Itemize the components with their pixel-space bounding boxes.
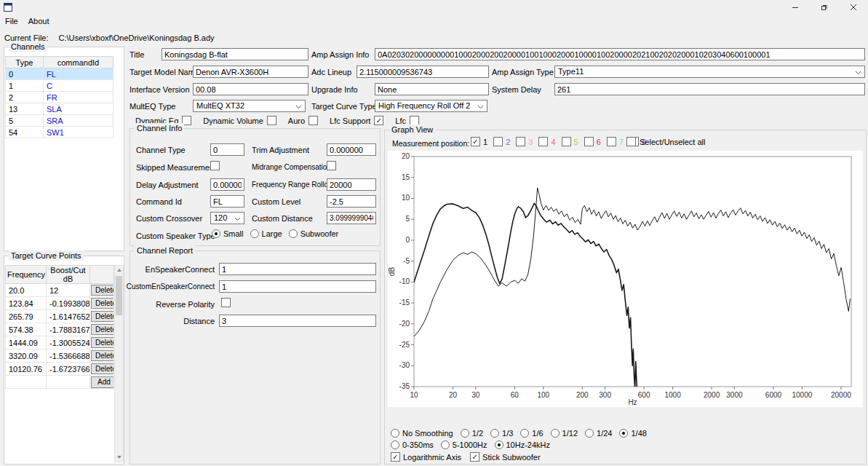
multeq-type-select[interactable]: MultEQ XT32 (193, 100, 306, 112)
scrollbar-thumb[interactable] (116, 276, 122, 315)
amp-assign-info-input[interactable] (375, 48, 865, 60)
frequency-cell[interactable]: 10120.76 (6, 363, 47, 376)
custom-level-input[interactable] (327, 195, 376, 208)
position-1-checkbox[interactable]: ✓ (471, 137, 480, 146)
adc-lineup-input[interactable] (357, 66, 489, 78)
range-5-1000hz-radio[interactable] (441, 441, 450, 449)
boost-cut-cell[interactable]: -1.6723766 (47, 363, 90, 376)
channel-row[interactable]: 2FR (6, 92, 114, 103)
command-id-input[interactable] (210, 195, 244, 208)
position-5-checkbox[interactable] (562, 137, 571, 146)
smoothing-1-2-radio[interactable] (461, 429, 469, 438)
subwoofer-radio[interactable] (289, 229, 298, 238)
channel-row[interactable]: 1C (6, 80, 114, 92)
tcp-col-frequency[interactable]: Frequency (6, 266, 47, 284)
delete-button[interactable]: Delete (91, 285, 114, 296)
position-4-checkbox[interactable] (538, 137, 548, 146)
delete-button[interactable]: Delete (91, 298, 114, 309)
range-10hz-24khz-radio[interactable] (495, 441, 503, 449)
delete-button[interactable]: Delete (91, 324, 114, 335)
reverse-polarity-checkbox[interactable] (221, 298, 231, 307)
custom-crossover-select[interactable]: 120 (210, 212, 244, 224)
menu-file[interactable]: File (0, 15, 23, 27)
close-button[interactable] (839, 0, 868, 15)
frequency-cell[interactable]: 1444.09 (6, 336, 47, 350)
frequency-cell[interactable]: 3320.09 (6, 350, 47, 363)
boost-cut-cell[interactable]: -1.3005524 (47, 336, 90, 350)
auro-checkbox[interactable] (308, 116, 318, 125)
stick-subwoofer-checkbox[interactable]: ✓ (470, 452, 479, 462)
upgrade-info-input[interactable] (375, 83, 489, 95)
small-radio[interactable] (212, 229, 220, 238)
target-curve-type-select[interactable]: High Frequency Roll Off 2 (375, 100, 487, 112)
system-delay-label: System Delay (492, 84, 541, 95)
large-radio[interactable] (250, 229, 259, 238)
svg-text:20: 20 (449, 391, 458, 399)
customenspeakerconnect-input[interactable] (219, 280, 376, 293)
channel-type-input[interactable] (210, 143, 244, 156)
smoothing-1-3-radio[interactable] (490, 429, 499, 438)
restore-button[interactable] (810, 0, 839, 15)
frequency-range-rolloff-input[interactable] (327, 178, 376, 191)
position-2-checkbox[interactable] (493, 137, 503, 146)
boost-cut-cell[interactable]: -0.19938087 (47, 297, 90, 310)
channels-col-type[interactable]: Type (6, 57, 44, 68)
boost-cut-cell[interactable]: -1.6147652 (47, 310, 90, 323)
delete-button[interactable]: Delete (91, 337, 114, 348)
channel-row[interactable]: 0FL (6, 68, 114, 80)
boost-cut-cell[interactable]: -1.7883167 (47, 323, 90, 336)
boost-cut-cell[interactable]: -1.5366688 (47, 350, 90, 363)
target-model-name-input[interactable] (193, 66, 308, 78)
range-0-350ms-radio[interactable] (391, 441, 399, 449)
frequency-cell[interactable]: 574.38 (6, 323, 47, 336)
frequency-cell[interactable]: 265.79 (6, 310, 47, 323)
smoothing-no-smoothing-label: No Smoothing (402, 429, 453, 438)
channel-row[interactable]: 13SLA (6, 103, 114, 115)
dynamic-volume-checkbox[interactable] (267, 116, 276, 125)
app-icon[interactable] (4, 3, 12, 12)
title-input[interactable] (162, 48, 308, 60)
position-3-checkbox[interactable] (516, 137, 525, 146)
target-curve-type-value: High Frequency Roll Off 2 (378, 101, 470, 110)
boost-cut-cell[interactable]: 12 (47, 284, 90, 297)
system-delay-input[interactable] (554, 83, 865, 95)
smoothing-1-12-radio[interactable] (551, 429, 560, 438)
smoothing-1-48-radio[interactable] (619, 429, 628, 438)
trim-adjustment-input[interactable] (327, 143, 376, 156)
channel-row[interactable]: 5SRA (6, 115, 114, 127)
distance-input[interactable] (219, 315, 376, 327)
frequency-cell[interactable]: 20.0 (6, 284, 47, 297)
frequency-cell[interactable]: 123.84 (6, 297, 47, 310)
lfc-support-checkbox[interactable]: ✓ (374, 116, 383, 125)
enspeakerconnect-input[interactable] (219, 263, 376, 275)
menu-about[interactable]: About (23, 15, 55, 27)
position-7-checkbox[interactable] (607, 137, 616, 146)
scroll-down-icon[interactable] (115, 453, 123, 462)
channels-col-commandid[interactable]: commandId (44, 57, 114, 68)
delete-button[interactable]: Delete (91, 363, 114, 374)
tcp-scrollbar[interactable] (114, 265, 124, 462)
new-boost-cell[interactable] (47, 376, 90, 389)
tcp-col-boost[interactable]: Boost/Cut dB (47, 266, 90, 284)
channel-row[interactable]: 54SW1 (6, 127, 114, 138)
midrange-compensation-checkbox[interactable] (327, 161, 336, 170)
skipped-measurement-checkbox[interactable] (210, 161, 220, 170)
smoothing-no-smoothing-radio[interactable] (391, 429, 399, 438)
amp-assign-type-select[interactable]: Type11 (554, 66, 865, 78)
add-button[interactable]: Add (91, 376, 114, 388)
new-frequency-cell[interactable] (6, 376, 47, 389)
position-6-checkbox[interactable] (584, 137, 594, 146)
smoothing-1-6-radio[interactable] (520, 429, 529, 438)
smoothing-1-24-radio[interactable] (585, 429, 594, 438)
minimize-button[interactable] (781, 0, 810, 15)
custom-distance-input[interactable] (327, 212, 376, 224)
interface-version-input[interactable] (193, 83, 308, 95)
scroll-up-icon[interactable] (115, 266, 123, 275)
logarithmic-axis-checkbox[interactable]: ✓ (391, 452, 400, 462)
frequency-response-chart[interactable]: 20151050-5-10-15-20-25-30-35102030601002… (388, 151, 863, 407)
delete-button[interactable]: Delete (91, 350, 114, 361)
select-unselect-all-checkbox[interactable] (626, 137, 636, 146)
lfc-label: Lfc (395, 116, 406, 125)
delete-button[interactable]: Delete (91, 311, 114, 322)
delay-adjustment-input[interactable] (210, 178, 244, 191)
